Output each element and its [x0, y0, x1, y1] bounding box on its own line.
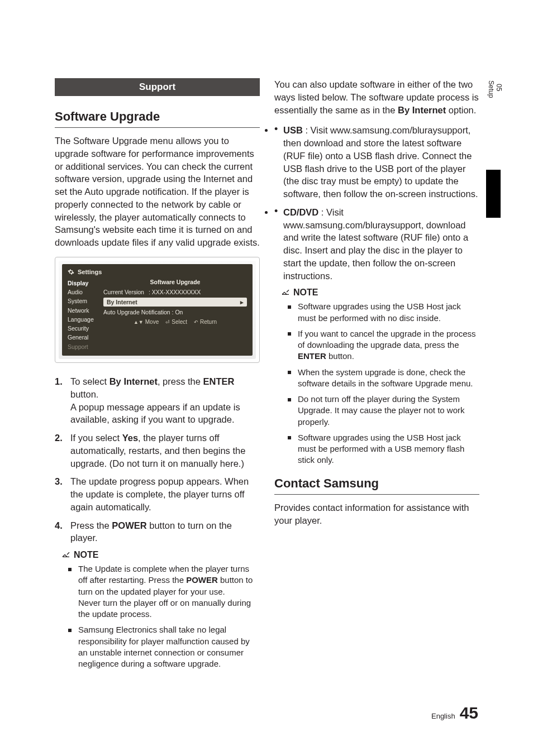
- osd-nav: Display Audio System Network Language Se…: [68, 279, 100, 351]
- note-right-1: Software upgrades using the USB Host jac…: [288, 301, 479, 324]
- step-3: The update progress popup appears. When …: [55, 475, 260, 513]
- note-header-right: NOTE: [281, 288, 479, 298]
- note-label: NOTE: [74, 550, 98, 560]
- osd-help-select: Select: [165, 319, 187, 325]
- chapter-title: Setup: [487, 80, 495, 98]
- osd-help-bar: Move Select Return: [103, 319, 247, 325]
- note-right-2: If you want to cancel the upgrade in the…: [288, 328, 479, 362]
- osd-current-version-label: Current Version: [103, 289, 144, 295]
- note-right-3: When the system upgrade is done, check t…: [288, 367, 479, 390]
- osd-nav-network[interactable]: Network: [68, 306, 100, 315]
- osd-title-text: Settings: [78, 269, 102, 275]
- osd-help-return: Return: [194, 319, 217, 325]
- heading-rule: [55, 127, 260, 128]
- notes-list-left: The Update is complete when the player t…: [55, 563, 260, 669]
- note-icon: [61, 551, 70, 559]
- left-column: Support Software Upgrade The Software Up…: [55, 78, 260, 674]
- update-methods-list: USB : Visit www.samsung.com/bluraysuppor…: [274, 124, 479, 282]
- osd-screenshot: Settings Display Audio System Network La…: [55, 257, 260, 363]
- osd-by-internet-label: By Internet: [107, 299, 137, 305]
- osd-title: Settings: [62, 267, 253, 279]
- section-banner-support: Support: [55, 78, 260, 96]
- note-right-5: Software upgrades using the USB Host jac…: [288, 432, 479, 466]
- note-left-1: The Update is complete when the player t…: [68, 563, 260, 620]
- chevron-right-icon: ▸: [240, 299, 244, 305]
- footer-language: English: [431, 712, 455, 720]
- osd-nav-security[interactable]: Security: [68, 324, 100, 333]
- step-1: To select By Internet, press the ENTER b…: [55, 375, 260, 426]
- osd-nav-support[interactable]: Support: [68, 342, 100, 351]
- step-4: Press the POWER button to turn on the pl…: [55, 519, 260, 545]
- chapter-side-tab: 05 Setup: [487, 80, 496, 147]
- osd-nav-general[interactable]: General: [68, 333, 100, 342]
- thumb-index-bar: [486, 170, 501, 218]
- footer-page-number: 45: [460, 704, 478, 722]
- note-header-left: NOTE: [61, 550, 260, 560]
- notes-list-right: Software upgrades using the USB Host jac…: [274, 301, 479, 466]
- method-usb: USB : Visit www.samsung.com/bluraysuppor…: [274, 124, 479, 200]
- osd-panel-title: Software Upgrade: [103, 279, 247, 285]
- osd-nav-audio[interactable]: Audio: [68, 288, 100, 296]
- right-column: You can also update software in either o…: [274, 78, 479, 674]
- osd-nav-language[interactable]: Language: [68, 315, 100, 324]
- page-footer: English 45: [431, 704, 478, 722]
- osd-panel: Software Upgrade Current Version : XXX-X…: [103, 279, 247, 351]
- gear-icon: [68, 269, 74, 275]
- osd-by-internet[interactable]: By Internet ▸: [103, 298, 247, 307]
- chapter-number: 05: [495, 80, 503, 94]
- heading-software-upgrade: Software Upgrade: [55, 109, 260, 124]
- osd-current-version-value: : XXX-XXXXXXXXX: [149, 289, 201, 295]
- note-icon: [281, 288, 290, 297]
- osd-nav-system[interactable]: System: [68, 296, 100, 305]
- heading-rule: [274, 494, 479, 495]
- steps-list: To select By Internet, press the ENTER b…: [55, 375, 260, 544]
- intro-paragraph: The Software Upgrade menu allows you to …: [55, 135, 260, 249]
- note-label: NOTE: [293, 288, 318, 298]
- osd-auto-notification[interactable]: Auto Upgrade Notification : On: [103, 309, 247, 315]
- contact-paragraph: Provides contact information for assista…: [274, 501, 479, 527]
- osd-nav-display[interactable]: Display: [68, 279, 100, 288]
- note-left-2: Samsung Electronics shall take no legal …: [68, 624, 260, 669]
- method-cddvd: CD/DVD : Visit www.samsung.com/bluraysup…: [274, 206, 479, 283]
- heading-contact-samsung: Contact Samsung: [274, 476, 479, 491]
- step-2: If you select Yes, the player turns off …: [55, 432, 260, 470]
- note-right-4: Do not turn off the player during the Sy…: [288, 394, 479, 428]
- osd-help-move: Move: [134, 319, 159, 325]
- also-update-paragraph: You can also update software in either o…: [274, 78, 479, 116]
